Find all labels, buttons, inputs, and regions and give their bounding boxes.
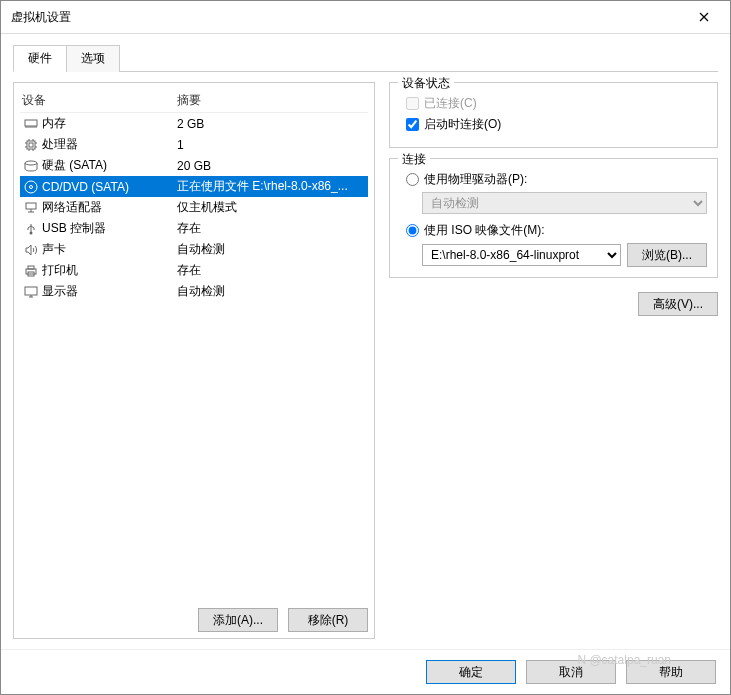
svg-rect-6 [26, 203, 36, 209]
memory-icon [22, 118, 40, 130]
use-physical-radio[interactable] [406, 173, 419, 186]
tab-options[interactable]: 选项 [66, 45, 120, 72]
device-list: 设备 摘要 内存2 GB处理器1硬盘 (SATA)20 GBCD/DVD (SA… [20, 89, 368, 600]
device-summary: 自动检测 [177, 241, 366, 258]
device-row[interactable]: 网络适配器仅主机模式 [20, 197, 368, 218]
device-row[interactable]: USB 控制器存在 [20, 218, 368, 239]
close-icon [699, 12, 709, 22]
use-iso-row: 使用 ISO 映像文件(M): [406, 222, 707, 239]
use-iso-label[interactable]: 使用 ISO 映像文件(M): [424, 222, 545, 239]
cancel-button[interactable]: 取消 [526, 660, 616, 684]
device-summary: 存在 [177, 220, 366, 237]
browse-button[interactable]: 浏览(B)... [627, 243, 707, 267]
connected-checkbox [406, 97, 419, 110]
connect-on-start-checkbox[interactable] [406, 118, 419, 131]
close-button[interactable] [688, 7, 720, 27]
header-device: 设备 [22, 92, 177, 109]
svg-point-7 [30, 231, 33, 234]
device-summary: 1 [177, 138, 366, 152]
network-icon [22, 202, 40, 214]
physical-drive-select: 自动检测 [422, 192, 707, 214]
connected-row: 已连接(C) [406, 95, 707, 112]
connection-group: 连接 使用物理驱动器(P): 自动检测 使用 ISO 映像文件(M): [389, 158, 718, 278]
device-summary: 20 GB [177, 159, 366, 173]
cd-icon [22, 180, 40, 194]
device-name: 显示器 [42, 283, 177, 300]
svg-rect-2 [29, 143, 33, 147]
disk-icon [22, 160, 40, 172]
add-button[interactable]: 添加(A)... [198, 608, 278, 632]
device-name: 声卡 [42, 241, 177, 258]
window-title: 虚拟机设置 [11, 9, 71, 26]
svg-point-3 [25, 161, 37, 165]
tab-hardware[interactable]: 硬件 [13, 45, 67, 72]
ok-button[interactable]: 确定 [426, 660, 516, 684]
device-row[interactable]: CD/DVD (SATA)正在使用文件 E:\rhel-8.0-x86_... [20, 176, 368, 197]
printer-icon [22, 265, 40, 277]
device-row[interactable]: 打印机存在 [20, 260, 368, 281]
device-name: USB 控制器 [42, 220, 177, 237]
tabs: 硬件 选项 [13, 44, 718, 72]
connect-on-start-row: 启动时连接(O) [406, 116, 707, 133]
help-button[interactable]: 帮助 [626, 660, 716, 684]
cpu-icon [22, 138, 40, 152]
device-summary: 自动检测 [177, 283, 366, 300]
header-summary: 摘要 [177, 92, 366, 109]
svg-point-5 [30, 185, 33, 188]
device-name: CD/DVD (SATA) [42, 180, 177, 194]
device-name: 内存 [42, 115, 177, 132]
device-row[interactable]: 内存2 GB [20, 113, 368, 134]
remove-button[interactable]: 移除(R) [288, 608, 368, 632]
display-icon [22, 286, 40, 298]
iso-path-select[interactable]: E:\rhel-8.0-x86_64-linuxprot [422, 244, 621, 266]
device-name: 处理器 [42, 136, 177, 153]
vm-settings-dialog: 虚拟机设置 硬件 选项 设备 摘要 内存2 GB处理器1硬盘 (SATA)20 … [0, 0, 731, 695]
sound-icon [22, 244, 40, 256]
advanced-button[interactable]: 高级(V)... [638, 292, 718, 316]
connect-on-start-label[interactable]: 启动时连接(O) [424, 116, 501, 133]
dialog-footer: 确定 取消 帮助 [1, 649, 730, 694]
device-row[interactable]: 显示器自动检测 [20, 281, 368, 302]
svg-rect-11 [25, 287, 37, 295]
device-name: 硬盘 (SATA) [42, 157, 177, 174]
device-summary: 存在 [177, 262, 366, 279]
connected-label: 已连接(C) [424, 95, 477, 112]
list-header: 设备 摘要 [20, 89, 368, 113]
device-summary: 正在使用文件 E:\rhel-8.0-x86_... [177, 178, 366, 195]
device-row[interactable]: 硬盘 (SATA)20 GB [20, 155, 368, 176]
use-iso-radio[interactable] [406, 224, 419, 237]
svg-point-4 [25, 181, 37, 193]
device-name: 打印机 [42, 262, 177, 279]
use-physical-row: 使用物理驱动器(P): [406, 171, 707, 188]
device-summary: 仅主机模式 [177, 199, 366, 216]
device-status-group: 设备状态 已连接(C) 启动时连接(O) [389, 82, 718, 148]
use-physical-label[interactable]: 使用物理驱动器(P): [424, 171, 527, 188]
device-row[interactable]: 声卡自动检测 [20, 239, 368, 260]
device-row[interactable]: 处理器1 [20, 134, 368, 155]
device-name: 网络适配器 [42, 199, 177, 216]
connection-legend: 连接 [398, 151, 430, 168]
usb-icon [22, 223, 40, 235]
hardware-panel: 设备 摘要 内存2 GB处理器1硬盘 (SATA)20 GBCD/DVD (SA… [13, 82, 375, 639]
titlebar: 虚拟机设置 [1, 1, 730, 34]
status-legend: 设备状态 [398, 75, 454, 92]
svg-rect-1 [27, 141, 35, 149]
settings-panel: 设备状态 已连接(C) 启动时连接(O) 连接 使用物理驱动器(P): [389, 82, 718, 639]
svg-rect-0 [25, 120, 37, 126]
device-summary: 2 GB [177, 117, 366, 131]
